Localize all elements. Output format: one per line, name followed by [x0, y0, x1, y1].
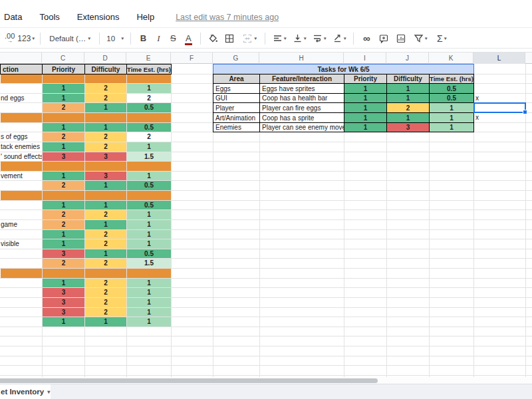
priority-cell[interactable]: 1: [344, 93, 387, 103]
section-band-cell[interactable]: [85, 162, 126, 171]
section-band-cell[interactable]: [1, 162, 42, 171]
font-family-select[interactable]: Default (Ari...▾: [46, 31, 94, 47]
difficulty-cell[interactable]: 2: [85, 279, 126, 287]
section-band-cell[interactable]: [85, 191, 126, 200]
column-header-I[interactable]: I: [344, 53, 386, 64]
difficulty-cell[interactable]: 1: [386, 112, 430, 123]
feature-cell[interactable]: Coop has a health bar: [259, 93, 344, 103]
horizontal-align-button[interactable]: ▾: [271, 31, 288, 47]
section-band-cell[interactable]: [1, 113, 42, 122]
merge-cells-button[interactable]: ▾: [239, 31, 259, 47]
insert-comment-button[interactable]: [376, 31, 391, 47]
section-band-cell[interactable]: [85, 74, 126, 83]
difficulty-cell[interactable]: 2: [85, 210, 126, 219]
feature-cell[interactable]: Eggs have sprites: [259, 83, 344, 94]
section-band-cell[interactable]: [43, 113, 84, 122]
column-header-G[interactable]: G: [213, 53, 259, 64]
time-estimate-cell[interactable]: 1: [127, 210, 171, 219]
difficulty-cell[interactable]: 2: [85, 298, 126, 307]
right-table-header[interactable]: Difficulty: [386, 74, 430, 84]
section-band-cell[interactable]: [127, 191, 171, 200]
time-estimate-cell[interactable]: 1: [429, 122, 474, 132]
sheet-tab-asset-inventory[interactable]: et Inventory ▾: [0, 384, 51, 399]
column-header-H[interactable]: H: [259, 53, 344, 64]
difficulty-cell[interactable]: 2: [85, 142, 126, 152]
difficulty-cell[interactable]: 1: [85, 220, 126, 229]
difficulty-cell[interactable]: 2: [85, 288, 126, 297]
priority-cell[interactable]: 3: [43, 298, 84, 307]
time-estimate-cell[interactable]: 0.5: [127, 181, 171, 190]
time-estimate-cell[interactable]: 0.5: [429, 83, 474, 94]
right-table-header[interactable]: Time Est. (hrs): [429, 74, 474, 84]
section-band-cell[interactable]: [127, 113, 171, 122]
right-table-header[interactable]: Area: [213, 74, 260, 84]
text-color-button[interactable]: A: [182, 31, 195, 47]
text-wrap-button[interactable]: ▾: [311, 31, 328, 47]
priority-cell[interactable]: 2: [43, 259, 84, 268]
priority-cell[interactable]: 3: [43, 249, 84, 258]
left-table-header-feature[interactable]: ction: [0, 64, 43, 74]
time-estimate-cell[interactable]: 2: [127, 94, 171, 102]
left-table-header-difficulty[interactable]: Difficulty: [84, 64, 127, 74]
section-band-cell[interactable]: [43, 162, 84, 171]
priority-cell[interactable]: 1: [344, 112, 387, 123]
difficulty-cell[interactable]: 1: [85, 103, 126, 112]
selected-cell[interactable]: [473, 102, 526, 113]
fill-color-button[interactable]: [206, 31, 219, 47]
difficulty-cell[interactable]: 1: [386, 83, 430, 94]
priority-cell[interactable]: 1: [43, 201, 84, 209]
priority-cell[interactable]: 3: [43, 288, 84, 297]
time-estimate-cell[interactable]: 0.5: [429, 93, 474, 103]
done-mark-cell[interactable]: x: [474, 94, 525, 102]
feature-cell[interactable]: Player can fire eggs: [259, 102, 344, 113]
section-band-cell[interactable]: [85, 269, 126, 278]
feature-cell[interactable]: Player can see enemy movement: [259, 122, 344, 132]
functions-button[interactable]: Σ ▾: [432, 31, 451, 47]
time-estimate-cell[interactable]: 1: [127, 317, 171, 327]
column-header-D[interactable]: D: [84, 53, 126, 64]
difficulty-cell[interactable]: 1: [386, 93, 430, 103]
time-estimate-cell[interactable]: 1: [429, 102, 474, 113]
menu-item-data[interactable]: Data: [4, 12, 22, 22]
feature-cell[interactable]: visible: [1, 239, 42, 249]
priority-cell[interactable]: 3: [43, 308, 84, 317]
right-table-header[interactable]: Priority: [344, 74, 387, 84]
difficulty-cell[interactable]: 2: [85, 84, 126, 93]
priority-cell[interactable]: 1: [43, 239, 84, 249]
difficulty-cell[interactable]: 1: [85, 317, 126, 327]
difficulty-cell[interactable]: 1: [85, 249, 126, 258]
text-rotation-button[interactable]: ▾: [331, 31, 348, 47]
priority-cell[interactable]: 1: [43, 279, 84, 287]
priority-cell[interactable]: 1: [43, 172, 84, 180]
time-estimate-cell[interactable]: 1: [127, 239, 171, 249]
difficulty-cell[interactable]: 2: [386, 102, 430, 113]
priority-cell[interactable]: 1: [344, 83, 387, 94]
right-table-header[interactable]: Feature/Interaction: [259, 74, 344, 84]
left-table-header-priority[interactable]: Priority: [42, 64, 85, 74]
last-edit-link[interactable]: Last edit was 7 minutes ago: [176, 13, 279, 22]
difficulty-cell[interactable]: 2: [85, 259, 126, 268]
priority-cell[interactable]: 2: [43, 181, 84, 190]
time-estimate-cell[interactable]: 1: [127, 220, 171, 229]
section-band-cell[interactable]: [127, 74, 171, 83]
section-band-cell[interactable]: [1, 269, 42, 278]
time-estimate-cell[interactable]: 0.5: [127, 123, 171, 132]
priority-cell[interactable]: 1: [43, 142, 84, 152]
area-cell[interactable]: Player: [213, 102, 260, 113]
menu-item-extensions[interactable]: Extensions: [77, 12, 120, 22]
done-mark-cell[interactable]: x: [474, 113, 525, 122]
insert-chart-button[interactable]: [394, 31, 408, 47]
priority-cell[interactable]: 2: [43, 103, 84, 112]
time-estimate-cell[interactable]: 1: [127, 308, 171, 317]
font-size-select[interactable]: 10▾: [105, 31, 125, 47]
feature-cell[interactable]: s of eggs: [1, 132, 42, 142]
priority-cell[interactable]: 1: [344, 102, 387, 113]
column-header-F[interactable]: F: [171, 53, 213, 64]
difficulty-cell[interactable]: 1: [85, 201, 126, 209]
time-estimate-cell[interactable]: 1: [127, 84, 171, 93]
priority-cell[interactable]: 1: [43, 94, 84, 102]
priority-cell[interactable]: 2: [43, 132, 84, 142]
left-table-header-time[interactable]: Time Est. (hrs): [126, 64, 172, 74]
priority-cell[interactable]: 1: [344, 122, 387, 132]
column-header[interactable]: [0, 53, 42, 64]
